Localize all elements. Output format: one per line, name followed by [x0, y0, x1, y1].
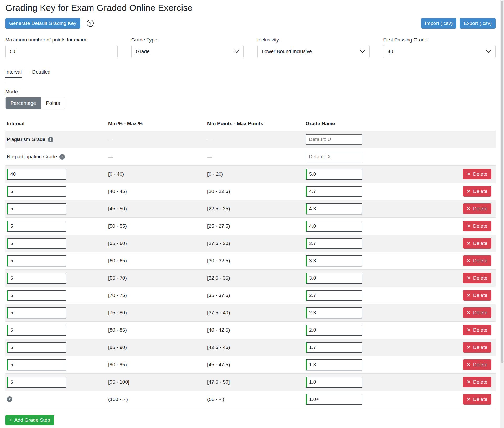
inclusivity-field: Inclusivity: Lower Bound Inclusive — [257, 37, 370, 58]
delete-button[interactable]: ✕Delete — [463, 169, 491, 179]
inclusivity-select[interactable]: Lower Bound Inclusive — [257, 45, 370, 58]
help-icon[interactable]: ? — [87, 20, 94, 27]
tab-detailed[interactable]: Detailed — [32, 69, 50, 78]
grade-name-input[interactable] — [306, 342, 362, 353]
points-range: [27.5 - 30) — [206, 241, 304, 246]
interval-input[interactable] — [7, 186, 66, 197]
grade-name-input[interactable] — [306, 273, 362, 284]
header-grade-name: Grade Name — [304, 121, 456, 127]
scrollbar-thumb[interactable] — [501, 1, 503, 363]
grade-name-input[interactable] — [306, 203, 362, 214]
grade-step-row: [45 - 50) [22.5 - 25) ✕Delete — [5, 200, 496, 217]
inclusivity-value: Lower Bound Inclusive — [262, 49, 312, 54]
delete-button[interactable]: ✕Delete — [463, 273, 491, 283]
export-csv-button[interactable]: Export (.csv) — [460, 18, 496, 29]
grade-step-row: [90 - 95) [45 - 47.5) ✕Delete — [5, 356, 496, 373]
delete-button[interactable]: ✕Delete — [463, 342, 491, 353]
interval-input[interactable] — [7, 255, 66, 266]
grade-type-label: Grade Type: — [131, 37, 244, 43]
grade-step-row: [0 - 40) [0 - 20) ✕Delete — [5, 165, 496, 183]
header-min-max-points: Min Points - Max Points — [206, 121, 304, 127]
grade-name-input[interactable] — [306, 169, 362, 180]
delete-button[interactable]: ✕Delete — [463, 377, 491, 387]
delete-button[interactable]: ✕Delete — [463, 325, 491, 335]
points-range: [35 - 37.5) — [206, 293, 304, 298]
grading-key-page: Grading Key for Exam Graded Online Exerc… — [0, 0, 504, 428]
chevron-down-icon — [360, 50, 365, 53]
points-range: — — [206, 137, 304, 142]
interval-input[interactable] — [7, 307, 66, 318]
grade-step-row: [70 - 75) [35 - 37.5) ✕Delete — [5, 287, 496, 304]
grade-name-input[interactable] — [306, 221, 362, 232]
grade-name-input[interactable] — [306, 325, 362, 336]
delete-button[interactable]: ✕Delete — [463, 203, 491, 214]
percent-range: [85 - 90) — [107, 345, 206, 350]
interval-input[interactable] — [7, 238, 66, 249]
x-icon: ✕ — [467, 189, 471, 194]
delete-button[interactable]: ✕Delete — [463, 186, 491, 197]
first-passing-grade-field: First Passing Grade: 4.0 — [383, 37, 496, 58]
delete-button[interactable]: ✕Delete — [463, 307, 491, 318]
grade-name-input[interactable] — [306, 359, 362, 370]
tab-interval[interactable]: Interval — [5, 69, 22, 78]
delete-button[interactable]: ✕Delete — [463, 359, 491, 370]
plus-icon: + — [9, 418, 12, 422]
interval-input[interactable] — [7, 342, 66, 353]
plagiarism-grade-name-input[interactable] — [306, 134, 362, 145]
points-range: [22.5 - 25) — [206, 206, 304, 212]
grade-name-input[interactable] — [306, 255, 362, 266]
mode-toggle: Percentage Points — [5, 97, 65, 109]
max-points-input[interactable] — [5, 45, 118, 58]
points-range: [20 - 22.5) — [206, 189, 304, 194]
grade-step-row: [40 - 45) [20 - 22.5) ✕Delete — [5, 183, 496, 200]
add-grade-step-button[interactable]: +Add Grade Step — [5, 415, 54, 425]
generate-default-grading-key-button[interactable]: Generate Default Grading Key — [5, 18, 80, 29]
no-participation-grade-name-input[interactable] — [306, 152, 362, 162]
tab-bar: Interval Detailed — [5, 69, 496, 78]
delete-button[interactable]: ✕Delete — [463, 238, 491, 249]
import-csv-button[interactable]: Import (.csv) — [421, 18, 457, 29]
grade-name-input[interactable] — [306, 394, 362, 405]
interval-input[interactable] — [7, 203, 66, 214]
grade-step-row: [55 - 60) [27.5 - 30) ✕Delete — [5, 235, 496, 252]
divider — [5, 82, 496, 82]
help-icon[interactable]: ? — [48, 137, 53, 142]
interval-input[interactable] — [7, 221, 66, 232]
scrollbar[interactable] — [500, 0, 504, 428]
interval-input[interactable] — [7, 359, 66, 370]
x-icon: ✕ — [467, 293, 471, 298]
points-range: [0 - 20) — [206, 171, 304, 177]
percent-range: — — [107, 137, 206, 142]
delete-button[interactable]: ✕Delete — [463, 394, 491, 405]
x-icon: ✕ — [467, 397, 471, 402]
interval-input[interactable] — [7, 325, 66, 336]
interval-input[interactable] — [7, 273, 66, 284]
interval-input[interactable] — [7, 169, 66, 180]
grade-name-input[interactable] — [306, 290, 362, 301]
first-passing-grade-label: First Passing Grade: — [383, 37, 496, 43]
first-passing-grade-select[interactable]: 4.0 — [383, 45, 496, 58]
grade-step-row: [60 - 65) [30 - 32.5) ✕Delete — [5, 252, 496, 269]
delete-button[interactable]: ✕Delete — [463, 255, 491, 266]
help-icon[interactable]: ? — [59, 154, 65, 160]
grade-name-input[interactable] — [306, 377, 362, 388]
delete-button[interactable]: ✕Delete — [463, 290, 491, 301]
plagiarism-grade-label: Plagiarism Grade — [7, 137, 45, 142]
mode-percentage-button[interactable]: Percentage — [6, 97, 41, 109]
points-range: [45 - 47.5) — [206, 362, 304, 368]
grade-name-input[interactable] — [306, 186, 362, 197]
delete-button[interactable]: ✕Delete — [463, 221, 491, 231]
percent-range: [40 - 45) — [107, 189, 206, 194]
percent-range: [90 - 95) — [107, 362, 206, 368]
grade-name-input[interactable] — [306, 238, 362, 249]
interval-input[interactable] — [7, 377, 66, 388]
interval-input[interactable] — [7, 290, 66, 301]
grade-name-input[interactable] — [306, 307, 362, 318]
x-icon: ✕ — [467, 328, 471, 332]
page-title: Grading Key for Exam Graded Online Exerc… — [5, 3, 496, 13]
help-icon[interactable]: ? — [7, 396, 12, 402]
mode-points-button[interactable]: Points — [41, 97, 65, 109]
toolbar: Generate Default Grading Key ? Import (.… — [5, 18, 496, 29]
grade-type-select[interactable]: Grade — [131, 45, 244, 58]
inclusivity-label: Inclusivity: — [257, 37, 370, 43]
